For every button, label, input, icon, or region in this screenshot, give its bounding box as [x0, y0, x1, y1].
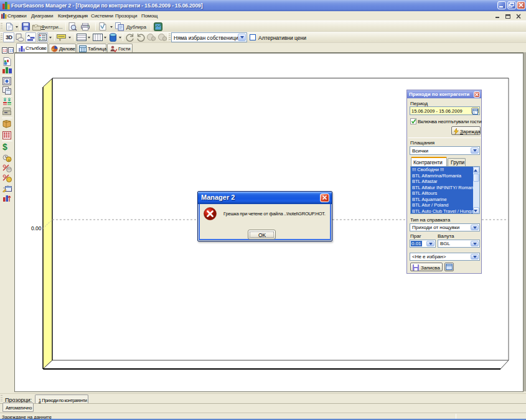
svg-text:$: $ [2, 142, 7, 151]
svg-text:12: 12 [3, 49, 7, 52]
svg-text:0.00: 0.00 [31, 225, 42, 231]
svg-text:13: 13 [9, 49, 14, 52]
